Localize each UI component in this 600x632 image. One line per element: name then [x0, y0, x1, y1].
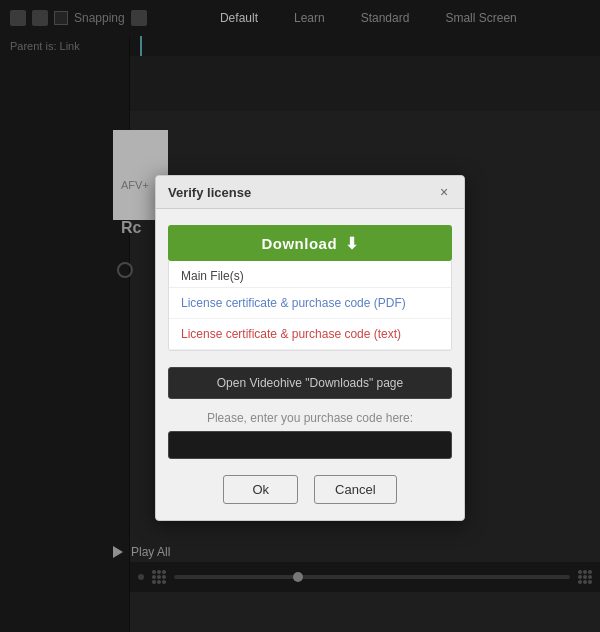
- ok-button[interactable]: Ok: [223, 475, 298, 504]
- purchase-code-input[interactable]: [168, 431, 452, 459]
- modal-title: Verify license: [168, 185, 251, 200]
- download-arrow-icon: ⬇: [345, 234, 359, 253]
- modal-footer: Ok Cancel: [168, 475, 452, 508]
- dropdown-header: Main File(s): [169, 261, 451, 288]
- download-button[interactable]: Download ⬇: [168, 225, 452, 261]
- verify-license-modal: Verify license × Download ⬇ Main File(s)…: [155, 175, 465, 521]
- modal-close-button[interactable]: ×: [436, 184, 452, 200]
- download-button-label: Download: [261, 235, 337, 252]
- purchase-label: Please, enter you purchase code here:: [168, 411, 452, 425]
- modal-header: Verify license ×: [156, 176, 464, 209]
- modal-overlay: Verify license × Download ⬇ Main File(s)…: [0, 0, 600, 632]
- download-dropdown: Main File(s) License certificate & purch…: [168, 261, 452, 351]
- dropdown-item-text[interactable]: License certificate & purchase code (tex…: [169, 319, 451, 350]
- modal-body: Download ⬇ Main File(s) License certific…: [156, 209, 464, 520]
- dropdown-item-pdf[interactable]: License certificate & purchase code (PDF…: [169, 288, 451, 319]
- cancel-button[interactable]: Cancel: [314, 475, 396, 504]
- videohive-button[interactable]: Open Videohive "Downloads" page: [168, 367, 452, 399]
